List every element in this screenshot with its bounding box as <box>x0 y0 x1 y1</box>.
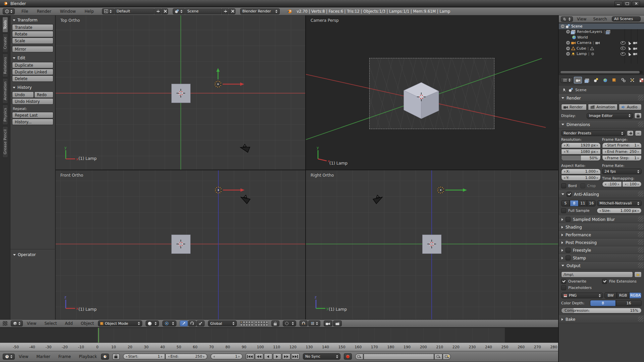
manipulator-scale-button[interactable] <box>197 320 205 326</box>
history-panel-header[interactable]: History <box>13 85 53 90</box>
sampled-motion-blur-checkbox[interactable] <box>566 217 571 222</box>
aspect-x-field[interactable]: X:1.000 <box>561 169 601 174</box>
edit-button[interactable]: Duplicate Linked <box>12 69 53 75</box>
expand-icon[interactable] <box>566 41 570 45</box>
current-frame-field[interactable]: 1 <box>211 354 243 359</box>
placeholders-checkbox[interactable] <box>561 285 566 290</box>
screen-layout-delete-button[interactable] <box>161 8 168 14</box>
file-format-selector[interactable]: PNG <box>561 293 603 298</box>
layers-widget[interactable] <box>240 321 268 326</box>
depth-16-button[interactable]: 16 <box>616 300 642 306</box>
display-lock-button[interactable] <box>634 113 642 119</box>
dimensions-panel-header[interactable]: Dimensions <box>559 121 644 128</box>
camera-object[interactable] <box>238 142 253 156</box>
frame-rate-selector[interactable]: 24 fps <box>602 169 642 174</box>
maximize-button[interactable] <box>623 1 631 6</box>
aspect-y-field[interactable]: Y:1.000 <box>561 175 601 181</box>
keying-set-field[interactable] <box>364 354 434 360</box>
channels-rgba-button[interactable]: RGBA <box>629 292 642 299</box>
tab-grease-pencil[interactable]: Grease Pencil <box>2 126 8 158</box>
end-frame-field[interactable]: End Frame:250 <box>602 149 642 155</box>
renderability-toggle[interactable] <box>633 47 637 50</box>
selectability-toggle[interactable] <box>627 46 631 51</box>
menu-item[interactable]: Help <box>84 9 94 14</box>
undo-button[interactable]: Undo <box>12 92 34 98</box>
viewport-shading-selector[interactable] <box>146 320 159 326</box>
camera-object[interactable] <box>372 194 384 205</box>
play-button[interactable] <box>273 353 281 360</box>
tab-scene[interactable] <box>592 77 600 83</box>
freestyle-checkbox[interactable] <box>566 248 571 253</box>
opengl-render-button[interactable] <box>324 320 332 326</box>
opengl-render-animation-button[interactable] <box>333 320 342 326</box>
visibility-toggle[interactable] <box>621 41 626 45</box>
renderability-toggle[interactable] <box>633 42 637 44</box>
minimize-button[interactable] <box>614 1 623 6</box>
proportional-edit-selector[interactable] <box>283 320 296 326</box>
antialiasing-checkbox[interactable] <box>567 192 572 197</box>
undo-history-button[interactable]: Undo History <box>12 98 53 105</box>
outliner-row-scene[interactable]: Scene <box>559 23 644 29</box>
menu-item[interactable]: View <box>18 354 29 359</box>
end-frame-field[interactable]: End:250 <box>165 354 207 359</box>
menu-item[interactable]: Window <box>59 9 76 14</box>
remap-new-field[interactable]: : 100 <box>622 181 642 187</box>
outliner-row-camera[interactable]: Camera| <box>559 40 644 46</box>
start-frame-field[interactable]: Start Frame:1 <box>602 142 642 148</box>
tab-render-layers[interactable] <box>583 77 591 83</box>
tab-object-data[interactable] <box>628 77 636 83</box>
preview-range-button[interactable] <box>101 354 109 360</box>
output-path-field[interactable]: /tmp\ <box>561 272 633 278</box>
selectability-toggle[interactable] <box>627 52 631 56</box>
antialiasing-panel-header[interactable]: Anti-Aliasing <box>559 190 644 198</box>
remap-old-field[interactable]: :100 <box>602 181 622 187</box>
menu-item[interactable]: Playback <box>78 354 98 359</box>
editor-type-selector-outliner[interactable] <box>561 16 573 22</box>
scene-selector-icon-button[interactable] <box>173 8 185 14</box>
timeline-band[interactable] <box>0 327 558 343</box>
lock-time-button[interactable] <box>112 354 120 360</box>
tab-texture[interactable] <box>637 77 644 83</box>
tab-constraints[interactable] <box>619 77 627 83</box>
render-button[interactable]: Render <box>561 104 587 110</box>
render-presets-selector[interactable]: Render Presets <box>561 130 626 136</box>
tab-physics[interactable]: Physics <box>2 105 8 125</box>
transform-button[interactable]: Translate <box>12 24 53 31</box>
resolution-y-field[interactable]: Y:1080 px <box>561 149 601 155</box>
menu-item[interactable]: View <box>576 17 587 21</box>
full-sample-checkbox[interactable] <box>561 208 566 213</box>
viewport-right-ortho[interactable]: z y (1) Lamp Right Ortho <box>306 170 558 319</box>
aa-filter-selector[interactable]: Mitchell-Netravali <box>597 200 642 206</box>
menu-item[interactable]: Render <box>36 9 52 14</box>
aa-size-field[interactable]: Size:1.000 px <box>597 208 642 214</box>
compression-slider[interactable]: Compression: 15% <box>561 308 642 313</box>
play-reverse-button[interactable] <box>264 353 272 360</box>
close-button[interactable] <box>632 1 640 6</box>
preset-remove-button[interactable] <box>635 130 642 136</box>
frame-step-field[interactable]: Frame Step:1 <box>602 155 642 161</box>
manipulator-rotate-button[interactable] <box>188 320 196 326</box>
browse-folder-button[interactable] <box>634 272 642 278</box>
snap-element-selector[interactable] <box>308 320 320 326</box>
mode-selector[interactable]: Object Mode <box>98 320 142 326</box>
menu-item[interactable]: Search <box>592 17 607 21</box>
previous-keyframe-button[interactable] <box>255 353 263 360</box>
keying-set-icon-button[interactable] <box>355 354 363 360</box>
pivot-point-selector[interactable] <box>162 320 176 326</box>
sampled-motion-blur-panel-header[interactable]: Sampled Motion Blur <box>559 216 644 223</box>
scene-add-button[interactable] <box>222 8 228 14</box>
snap-toggle-button[interactable] <box>300 320 308 326</box>
tab-object[interactable] <box>610 77 618 83</box>
aa-samples-16[interactable]: 16 <box>587 200 596 206</box>
viewport-camera-persp[interactable]: y x (1) Lamp Camera Persp <box>306 15 558 170</box>
file-extensions-checkbox[interactable] <box>602 279 607 284</box>
output-panel-header[interactable]: Output <box>559 262 644 269</box>
stamp-panel-header[interactable]: Stamp <box>559 254 644 262</box>
pin-icon[interactable] <box>562 88 567 92</box>
edit-panel-header[interactable]: Edit <box>13 56 53 60</box>
editor-type-selector-timeline[interactable] <box>3 354 15 360</box>
next-keyframe-button[interactable] <box>282 353 290 360</box>
selectability-toggle[interactable] <box>627 41 631 45</box>
screen-layout-add-button[interactable] <box>154 8 161 14</box>
expand-icon[interactable] <box>566 30 570 34</box>
